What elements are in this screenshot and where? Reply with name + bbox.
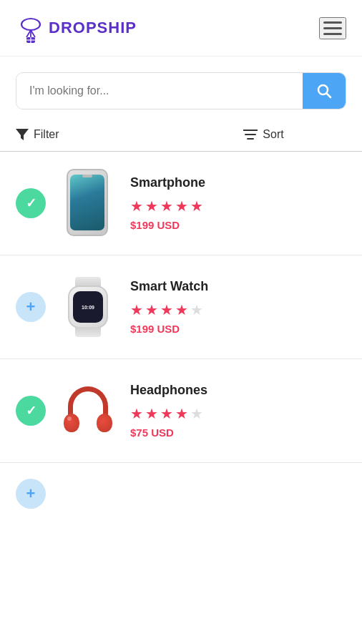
logo-text: DROPSHIP (49, 19, 137, 37)
star-3: ★ (160, 301, 173, 318)
watch-face: 10:09 (82, 305, 94, 310)
product-add-button[interactable]: + (16, 292, 46, 322)
product-added-button[interactable]: ✓ (16, 188, 46, 218)
svg-line-8 (327, 94, 331, 98)
star-1: ★ (130, 197, 143, 215)
filter-sort-bar: Filter Sort (0, 121, 362, 152)
plus-icon: + (26, 486, 36, 502)
search-icon (316, 83, 332, 99)
star-2: ★ (145, 301, 158, 318)
star-5: ★ (190, 301, 203, 318)
product-price: $199 USD (130, 219, 346, 231)
product-add-button[interactable]: + (16, 479, 46, 509)
sort-label: Sort (263, 128, 283, 141)
star-5: ★ (190, 197, 203, 215)
product-price: $199 USD (130, 323, 346, 335)
search-input[interactable] (16, 73, 303, 109)
star-2: ★ (145, 405, 158, 422)
star-4: ★ (175, 301, 188, 318)
star-3: ★ (160, 405, 173, 422)
product-image-smartwatch: 10:09 (56, 271, 120, 343)
check-icon: ✓ (26, 195, 36, 211)
star-2: ★ (145, 197, 158, 215)
product-price: $75 USD (130, 426, 346, 439)
svg-marker-9 (16, 129, 29, 140)
product-name: Smart Watch (130, 279, 346, 294)
logo-area: DROPSHIP (16, 13, 137, 43)
product-item: ✓ Headphones ★ ★ ★ ★ ★ $75 USD (0, 359, 362, 463)
plus-icon: + (26, 299, 36, 315)
svg-line-2 (31, 30, 35, 37)
product-stars: ★ ★ ★ ★ ★ (130, 301, 346, 318)
sort-icon (243, 129, 258, 140)
dropship-logo-icon (16, 13, 46, 43)
svg-line-1 (26, 30, 31, 37)
filter-icon (16, 129, 29, 140)
product-image-headphones (56, 375, 120, 447)
sort-button[interactable]: Sort (181, 128, 346, 141)
product-stars: ★ ★ ★ ★ ★ (130, 405, 346, 422)
star-4: ★ (175, 405, 188, 422)
star-3: ★ (160, 197, 173, 215)
app-header: DROPSHIP (0, 0, 362, 57)
product-info: Headphones ★ ★ ★ ★ ★ $75 USD (130, 383, 346, 439)
product-item: + 10:09 Smart Watch ★ ★ ★ ★ ★ (0, 255, 362, 359)
product-name: Smartphone (130, 175, 346, 190)
product-list: ✓ Smartphone ★ ★ ★ ★ ★ $199 USD + (0, 152, 362, 509)
star-1: ★ (130, 405, 143, 422)
star-1: ★ (130, 301, 143, 318)
product-info: Smart Watch ★ ★ ★ ★ ★ $199 USD (130, 279, 346, 335)
hamburger-menu-button[interactable] (319, 17, 346, 39)
search-button[interactable] (303, 73, 346, 109)
svg-point-0 (21, 19, 40, 30)
product-info: Smartphone ★ ★ ★ ★ ★ $199 USD (130, 175, 346, 231)
star-4: ★ (175, 197, 188, 215)
hamburger-line-2 (323, 27, 342, 29)
star-5: ★ (190, 405, 203, 422)
product-item: ✓ Smartphone ★ ★ ★ ★ ★ $199 USD (0, 152, 362, 255)
search-bar (16, 72, 346, 109)
hamburger-line-1 (323, 21, 342, 24)
hamburger-line-3 (323, 33, 342, 35)
product-item-partial: + (0, 463, 362, 509)
filter-button[interactable]: Filter (16, 128, 181, 141)
product-image-smartphone (56, 167, 120, 239)
product-added-button[interactable]: ✓ (16, 396, 46, 426)
search-section (0, 57, 362, 121)
check-icon: ✓ (26, 403, 36, 419)
filter-label: Filter (34, 128, 59, 141)
product-stars: ★ ★ ★ ★ ★ (130, 197, 346, 215)
product-name: Headphones (130, 383, 346, 398)
